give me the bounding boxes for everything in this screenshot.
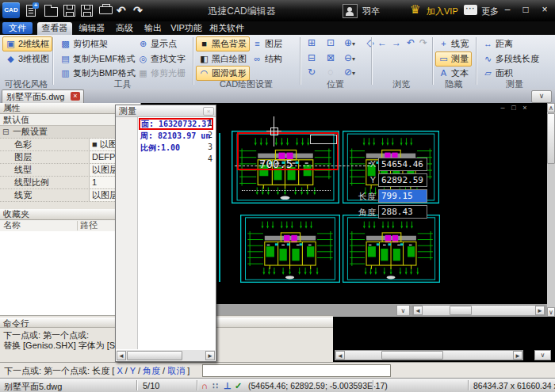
ribbon-button-3d-view[interactable]: ◆ 3维视图 — [2, 51, 52, 67]
menu-tab-advanced[interactable]: 高级 — [113, 22, 136, 34]
menu-tab-viewer[interactable]: 查看器 — [37, 22, 72, 35]
scroll-up-arrow[interactable]: ∧ — [547, 103, 555, 112]
fit-window-icon[interactable]: ⊞ — [304, 36, 320, 49]
grid-toggle-icon[interactable]: ∷ — [212, 381, 218, 391]
tabbar-dropdown-button[interactable]: ∨ — [531, 90, 552, 103]
menu-tab-related[interactable]: 相关软件 — [206, 22, 247, 34]
ribbon-button-clip-frame[interactable]: ▩ 剪切框架 — [57, 36, 111, 51]
zoom-out-icon[interactable]: ⊖▾ — [342, 51, 358, 64]
close-button[interactable]: × — [538, 2, 552, 17]
menu-tab-editor[interactable]: 编辑器 — [76, 22, 108, 34]
zoom-window-icon[interactable]: ⊡ — [323, 36, 339, 49]
measure-horizontal-scrollbar[interactable]: ◄ ► — [117, 350, 215, 361]
ribbon-button-show-points[interactable]: ⊕ 显示点 — [135, 36, 180, 51]
dynamic-input-angle-field[interactable]: 288.43 — [378, 205, 427, 219]
new-file-button[interactable]: + — [26, 5, 39, 16]
select-region-icon[interactable]: ⊠ — [323, 51, 339, 64]
snap-toggle-icon[interactable]: ∩ — [201, 381, 208, 390]
save-button[interactable] — [63, 5, 76, 16]
user-account-icon[interactable] — [343, 4, 358, 18]
command-option-x[interactable]: X — [117, 366, 122, 375]
workspace-scroll-strip: ◄ ► ∨ — [333, 349, 552, 361]
measure-icon: ▭ — [438, 54, 449, 64]
canvas-horizontal-scrollbar[interactable]: ◄ ► — [412, 305, 545, 316]
ribbon-button-line-width[interactable]: + 线宽 — [435, 36, 472, 51]
mdi-minimize-button[interactable]: – — [498, 104, 507, 112]
copy-bmp-icon: ▥ — [60, 68, 71, 78]
scrollbar-thumb[interactable] — [381, 351, 443, 360]
floorplan-bottom-right — [343, 215, 440, 283]
column-path[interactable]: 路径 — [80, 220, 98, 230]
command-option-cancel[interactable]: 取消 — [167, 366, 185, 375]
ribbon-button-distance[interactable]: ↔ 距离 — [480, 36, 516, 51]
statusbar-page-indicator: 5/10 — [143, 381, 159, 390]
dynamic-input-y-field[interactable]: 62892.59 — [378, 173, 427, 187]
ribbon-button-black-background[interactable]: ■ 黑色背景 — [196, 36, 250, 51]
menu-tab-file[interactable]: 文件 — [2, 22, 33, 34]
collapse-icon[interactable]: ⊟ — [2, 126, 9, 138]
scroll-left-arrow[interactable]: ◄ — [413, 306, 423, 315]
scrollbar-thumb[interactable] — [127, 351, 182, 360]
lower-horizontal-scrollbar[interactable]: ◄ ► — [335, 350, 523, 360]
zoom-extents-icon[interactable]: ⊘▾ — [342, 66, 358, 78]
ribbon-button-layers[interactable]: ≡ 图层 — [249, 36, 285, 51]
more-options-icon[interactable]: ··· — [464, 5, 477, 15]
more-button[interactable]: 更多 — [481, 6, 499, 17]
ortho-toggle-icon[interactable]: ⊥ — [224, 381, 232, 391]
group-separator — [371, 37, 372, 85]
ribbon-button-structure[interactable]: ∞ 结构 — [249, 51, 285, 67]
username[interactable]: 羽卒 — [362, 6, 380, 17]
tab-close-icon[interactable]: × — [71, 92, 80, 101]
undo-button[interactable]: ↶ — [117, 3, 126, 17]
validate-icon[interactable]: ✓ — [235, 381, 242, 391]
document-tab[interactable]: 别墅平面5.dwg × — [2, 89, 84, 103]
ribbon-button-measure[interactable]: ▭ 测量 — [435, 51, 472, 67]
scroll-right-arrow[interactable]: ► — [205, 351, 215, 360]
back-icon[interactable]: ← — [374, 36, 390, 49]
dynamic-input-length-field[interactable]: 799.15 — [378, 189, 427, 203]
menu-tab-vip[interactable]: VIP功能 — [168, 22, 205, 34]
scroll-left-arrow[interactable]: ◄ — [335, 351, 345, 360]
zoom-in-icon[interactable]: ⊕▾ — [342, 36, 358, 49]
scroll-left-arrow[interactable]: ◄ — [117, 351, 126, 360]
statusbar-separator — [468, 380, 469, 390]
app-logo-icon[interactable]: CAD — [2, 2, 20, 18]
statusbar-separator — [197, 380, 197, 390]
join-vip-button[interactable]: 加入VIP — [427, 6, 458, 17]
scroll-down-arrow[interactable]: ∨ — [547, 307, 555, 317]
rotate-view-icon[interactable]: ↻ — [304, 66, 320, 78]
ribbon-button-polyline-length[interactable]: ∿ 多段线长度 — [480, 51, 542, 67]
mdi-restore-button[interactable]: □ — [509, 104, 519, 112]
previous-view-icon[interactable]: ⊟ — [304, 51, 320, 64]
dynamic-input-x-field[interactable]: 54654.46 — [378, 158, 427, 171]
command-input-field[interactable] — [202, 364, 391, 377]
print-button[interactable] — [99, 5, 112, 16]
redo-button[interactable]: ↷ — [133, 3, 143, 17]
scrollbar-thumb[interactable] — [547, 113, 555, 164]
command-option-angle[interactable]: 角度 — [143, 366, 160, 375]
group-separator — [300, 37, 300, 85]
scrollbar-thumb[interactable] — [450, 306, 472, 315]
ribbon-button-2d-wireframe[interactable]: ▣ 2维线框 — [2, 36, 52, 51]
command-option-y[interactable]: Y — [130, 366, 136, 375]
ribbon-button-find-text[interactable]: ◎ 查找文字 — [135, 51, 189, 67]
mdi-close-button[interactable]: × — [520, 104, 530, 112]
forward-icon[interactable]: → — [388, 36, 404, 49]
maximize-button[interactable]: □ — [519, 2, 533, 17]
open-file-button[interactable] — [44, 5, 57, 16]
measure-panel-close-icon[interactable]: × — [203, 107, 214, 116]
crosshair-cursor — [270, 127, 278, 135]
panel-collapse-button[interactable]: ∨ — [534, 350, 551, 360]
minimize-button[interactable]: – — [500, 2, 515, 17]
menu-tab-output[interactable]: 输出 — [141, 22, 165, 34]
sheet-list-button[interactable]: ∨ — [396, 305, 410, 316]
column-name[interactable]: 名称 — [3, 220, 21, 230]
ribbon-button-copy-emf[interactable]: ▤ 复制为EMF格式 — [57, 51, 138, 67]
canvas-vertical-scrollbar[interactable]: ∧ ∨ — [547, 103, 555, 317]
save-as-button[interactable] — [81, 5, 94, 16]
scroll-right-arrow[interactable]: ► — [513, 351, 522, 360]
measure-panel-title[interactable]: 测量 — [116, 105, 216, 117]
statusbar-dimensions: 86434.37 x 61660.34 x 0 — [473, 381, 555, 390]
scroll-right-arrow[interactable]: ► — [535, 306, 545, 315]
ribbon-button-bw-drawing[interactable]: ◧ 黑白绘图 — [196, 51, 250, 67]
